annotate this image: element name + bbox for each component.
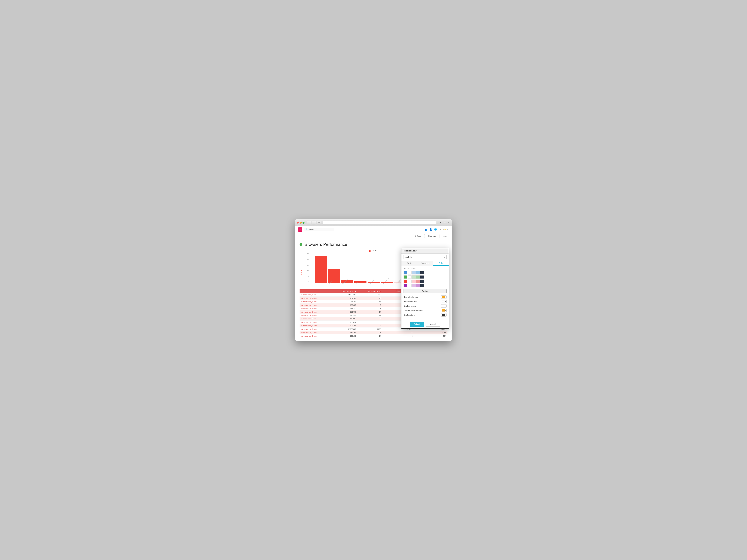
card-icon[interactable]: 💳 xyxy=(443,228,446,231)
table-cell: 263,109 xyxy=(330,300,358,303)
dropdown-arrow-icon: ▾ xyxy=(445,310,446,311)
table-cell: 26 xyxy=(358,331,383,334)
table-cell: www.example_5.com xyxy=(300,307,330,310)
table-cell: www.example_2.com xyxy=(300,296,330,300)
dropdown-arrow-icon: ▾ xyxy=(445,305,446,306)
color-setting-label: Header Font Color xyxy=(404,301,441,302)
table-cell: www.example_4.com xyxy=(300,303,330,307)
theme-swatch[interactable] xyxy=(420,271,424,274)
cancel-button[interactable]: Cancel xyxy=(426,322,440,327)
app-logo-area: + 🔍 xyxy=(298,228,424,232)
color-picker-button[interactable]: ▾ xyxy=(441,309,446,312)
tab-style[interactable]: Style xyxy=(433,261,449,266)
tab-basic[interactable]: Basic xyxy=(402,261,417,266)
submit-button[interactable]: Submit xyxy=(410,322,424,327)
color-swatch xyxy=(442,309,445,312)
add-button[interactable]: + xyxy=(298,228,302,232)
color-setting-label: Row Font Color xyxy=(404,314,441,316)
address-bar[interactable] xyxy=(323,220,436,224)
more-button[interactable]: ▾ More xyxy=(440,234,449,238)
theme-swatch[interactable] xyxy=(420,284,424,287)
theme-swatch[interactable] xyxy=(420,279,424,283)
sidebar-icon: ▭ xyxy=(318,221,320,224)
theme-swatch[interactable] xyxy=(404,284,407,287)
bar-(direct) xyxy=(328,269,340,283)
send-button[interactable]: ✉ Send xyxy=(413,234,423,238)
new-tab-icon[interactable]: + xyxy=(447,221,450,224)
table-cell: 26 xyxy=(358,296,383,300)
dialog-tabs: Basic Advanced Style xyxy=(402,261,449,266)
theme-row xyxy=(404,279,446,283)
color-setting-row: Row Font Color▾ xyxy=(404,313,446,317)
theme-swatch[interactable] xyxy=(404,271,407,274)
main-content: Browsers Performance Sessions Sessions xyxy=(295,239,452,341)
color-setting-label: Row Background xyxy=(404,305,441,307)
color-picker-button[interactable]: ▾ xyxy=(441,304,446,308)
app-header: + 🔍 👥 👤 🌐 ⚙ 💳 ⎋ xyxy=(295,226,452,233)
theme-swatch[interactable] xyxy=(404,279,407,283)
search-input[interactable] xyxy=(309,229,332,231)
plus-icon: + xyxy=(300,228,301,231)
theme-swatch[interactable] xyxy=(408,271,412,274)
settings-icon[interactable]: ⚙ xyxy=(439,228,441,231)
theme-swatch[interactable] xyxy=(412,279,416,283)
sidebar-button[interactable]: ▭ xyxy=(317,220,321,224)
color-setting-row: Header Background▾ xyxy=(404,295,446,299)
table-cell: 92,969,303 xyxy=(330,293,358,297)
theme-swatch[interactable] xyxy=(412,275,416,279)
user-icon[interactable]: 👤 xyxy=(429,228,432,231)
table-cell: 362 xyxy=(383,331,415,334)
tab-advanced[interactable]: Advanced xyxy=(417,261,433,266)
forward-button[interactable]: › xyxy=(312,220,316,224)
logout-icon[interactable]: ⎋ xyxy=(447,228,449,231)
status-indicator xyxy=(300,243,302,246)
minimize-button[interactable] xyxy=(300,222,302,223)
data-source-dialog[interactable]: Select data source Analytics Basic Advan… xyxy=(401,248,449,329)
back-button[interactable]: ‹ xyxy=(307,220,311,224)
color-swatch xyxy=(442,305,445,307)
table-cell: 6 xyxy=(358,303,383,307)
content-area: + 🔍 👥 👤 🌐 ⚙ 💳 ⎋ ✉ Send xyxy=(295,226,452,341)
table-cell: 5,268 xyxy=(358,293,383,297)
color-picker-button[interactable]: ▾ xyxy=(441,313,446,317)
table-cell: 92,969,303 xyxy=(330,327,358,331)
download-button[interactable]: ⬇ Download xyxy=(424,234,438,238)
share-icon[interactable]: ⬆ xyxy=(439,221,442,224)
search-icon: 🔍 xyxy=(306,229,308,231)
close-button[interactable] xyxy=(297,222,299,223)
datasource-select[interactable]: Analytics xyxy=(404,255,446,259)
table-cell: www.example_3.com xyxy=(300,334,330,338)
theme-swatch[interactable] xyxy=(408,279,412,283)
color-swatch xyxy=(442,314,445,316)
table-cell: 5,268 xyxy=(358,327,383,331)
table-cell: 434,766 xyxy=(330,331,358,334)
table-cell: 263,109 xyxy=(330,334,358,338)
maximize-button[interactable] xyxy=(303,222,305,223)
custom-theme-button[interactable]: Custom xyxy=(404,289,446,293)
users-icon[interactable]: 👥 xyxy=(424,228,428,231)
y-axis: 25k 20k 15k 10k 5k 0k xyxy=(307,253,310,283)
theme-swatch[interactable] xyxy=(416,275,420,279)
table-cell: 554 xyxy=(415,334,447,338)
theme-swatch[interactable] xyxy=(416,279,420,283)
color-swatch xyxy=(442,300,445,303)
table-cell: www.example_9.com xyxy=(300,320,330,324)
color-picker-button[interactable]: ▾ xyxy=(441,300,446,303)
search-box[interactable]: 🔍 xyxy=(304,228,334,231)
color-picker-button[interactable]: ▾ xyxy=(441,295,446,299)
theme-swatch[interactable] xyxy=(408,284,412,287)
theme-swatch[interactable] xyxy=(416,284,420,287)
color-settings: Header Background▾Header Font Color▾Row … xyxy=(404,295,446,317)
theme-swatch[interactable] xyxy=(420,275,424,279)
theme-swatch[interactable] xyxy=(412,271,416,274)
globe-icon[interactable]: 🌐 xyxy=(434,228,437,231)
duplicate-icon[interactable]: ⧉ xyxy=(443,221,446,224)
color-setting-row: Row Background▾ xyxy=(404,304,446,308)
triangle-icon: ▾ xyxy=(441,235,442,237)
theme-swatch[interactable] xyxy=(404,275,407,279)
theme-swatch[interactable] xyxy=(416,271,420,274)
theme-swatch[interactable] xyxy=(408,275,412,279)
table-cell: 113,907 xyxy=(330,317,358,320)
bar-Baidu xyxy=(354,281,366,283)
theme-swatch[interactable] xyxy=(412,284,416,287)
